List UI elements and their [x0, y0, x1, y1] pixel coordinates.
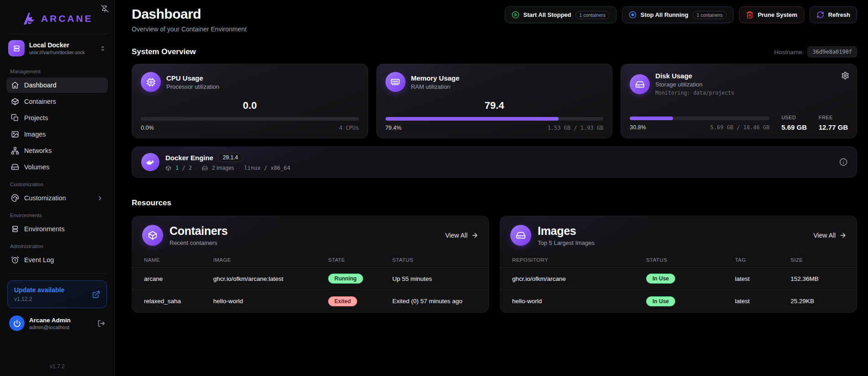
alarm-clock-icon [11, 256, 19, 264]
panel-title: Images [538, 224, 595, 238]
user-name: Arcane Admin [29, 317, 93, 324]
sidebar-item-label: Event Log [24, 256, 54, 264]
section-label-management: Management [10, 69, 104, 74]
containers-view-all-link[interactable]: View All [445, 232, 478, 239]
connection-endpoint: unix:///var/run/docker.sock [29, 50, 95, 55]
sidebar-item-label: Volumes [24, 163, 50, 171]
table-row[interactable]: relaxed_saha hello-world Exited Exited (… [132, 290, 488, 312]
engine-title: Docker Engine [165, 154, 213, 162]
hard-drive-icon [202, 165, 208, 171]
stat-title: Disk Usage [655, 72, 734, 80]
environment-selector[interactable]: Local Docker unix:///var/run/docker.sock [6, 34, 108, 62]
sidebar-item-customization[interactable]: Customization [6, 190, 108, 206]
container-status: Exited (0) 57 minutes ago [392, 298, 481, 305]
sidebar-item-dashboard[interactable]: Dashboard [6, 77, 108, 93]
stat-title: Memory Usage [411, 74, 460, 82]
header-actions: Start All Stopped 1 containers Stop All … [505, 6, 857, 23]
server-rack-icon [11, 225, 19, 233]
arcane-logo-icon [21, 11, 37, 26]
memory-usage-card: Memory Usage RAM utilization 79.4 79.4% … [376, 64, 613, 138]
image-repository: ghcr.io/ofkm/arcane [512, 275, 646, 282]
logout-icon[interactable] [98, 320, 105, 327]
sidebar-item-label: Dashboard [24, 81, 56, 89]
prune-system-button[interactable]: Prune System [739, 6, 804, 23]
cpu-value: 0.0 [141, 100, 359, 112]
home-icon [11, 81, 19, 89]
update-available-card[interactable]: Update available v1.12.2 [7, 280, 107, 308]
disk-free-label: FREE [819, 115, 848, 120]
stat-subtitle: Storage utilization [655, 81, 734, 88]
sidebar-item-label: Containers [24, 98, 56, 105]
sidebar-item-images[interactable]: Images [6, 127, 108, 142]
hostname-badge: 36d9e8a0190f [807, 46, 857, 57]
sidebar-item-containers[interactable]: Containers [6, 94, 108, 109]
memory-icon [385, 72, 406, 92]
disk-progress-fill [630, 117, 673, 120]
container-name: relaxed_saha [144, 298, 213, 305]
containers-count-badge: 1 containers [575, 11, 610, 19]
column-header: STATUS [646, 257, 735, 263]
start-all-stopped-button[interactable]: Start All Stopped 1 containers [505, 6, 616, 23]
memory-progress-fill [385, 117, 559, 121]
sidebar-item-event-log[interactable]: Event Log [6, 252, 108, 268]
main-content: Dashboard Overview of your Container Env… [115, 0, 868, 376]
container-status: Up 55 minutes [392, 275, 481, 282]
pin-off-icon[interactable] [101, 5, 109, 13]
table-row[interactable]: arcane ghcr.io/ofkm/arcane:latest Runnin… [132, 268, 488, 290]
sidebar-item-environments[interactable]: Environments [6, 221, 108, 237]
user-account[interactable]: Arcane Admin admin@localhost [6, 308, 108, 334]
column-header: STATUS [392, 257, 481, 263]
images-table-header: REPOSITORY STATUS TAG SIZE [500, 253, 857, 268]
stat-subtitle: RAM utilization [411, 83, 460, 90]
containers-count-badge: 1 containers [693, 11, 727, 19]
hard-drive-icon [11, 163, 19, 171]
panel-subtitle: Recent containers [169, 239, 228, 246]
sidebar-item-label: Projects [24, 114, 48, 122]
gear-icon[interactable] [841, 71, 849, 80]
section-label-administration: Administration [10, 244, 104, 249]
memory-percent-label: 79.4% [385, 125, 401, 131]
stop-all-running-button[interactable]: Stop All Running 1 containers [622, 6, 734, 23]
container-image: ghcr.io/ofkm/arcane:latest [213, 275, 328, 282]
images-view-all-link[interactable]: View All [813, 232, 847, 239]
disk-used-label: USED [781, 115, 807, 120]
table-row[interactable]: ghcr.io/ofkm/arcane In Use latest 152.36… [500, 268, 857, 290]
stack-icon [11, 114, 19, 122]
table-row[interactable]: hello-world In Use latest 25.29KB [500, 290, 857, 312]
image-size: 25.29KB [791, 298, 849, 305]
sidebar-item-projects[interactable]: Projects [6, 110, 108, 126]
stat-title: CPU Usage [166, 74, 219, 82]
network-icon [11, 147, 19, 155]
column-header: NAME [144, 257, 213, 263]
panel-title: Containers [169, 224, 228, 238]
containers-table-header: NAME IMAGE STATE STATUS [132, 253, 488, 268]
sidebar-item-label: Environments [24, 225, 65, 233]
column-header: STATE [328, 257, 392, 263]
arrow-right-icon [471, 232, 478, 239]
cpu-icon [141, 72, 161, 92]
status-badge: In Use [646, 296, 675, 306]
sidebar-item-networks[interactable]: Networks [6, 143, 108, 158]
containers-icon [142, 225, 163, 246]
info-icon[interactable] [839, 158, 847, 166]
column-header: TAG [735, 257, 791, 263]
column-header: REPOSITORY [512, 257, 646, 263]
sidebar-item-label: Customization [24, 194, 66, 202]
engine-platform: linux / x86_64 [244, 165, 290, 171]
image-size: 152.36MB [791, 275, 849, 282]
page-subtitle: Overview of your Container Environment [132, 25, 247, 33]
button-label: Stop All Running [641, 11, 688, 18]
circle-play-icon [512, 11, 519, 19]
brand-logo[interactable]: ARCANE [6, 5, 108, 34]
sidebar-item-volumes[interactable]: Volumes [6, 159, 108, 175]
disk-progress-track [630, 117, 770, 120]
sidebar-item-label: Networks [24, 147, 51, 154]
refresh-button[interactable]: Refresh [810, 6, 857, 23]
divider [7, 274, 107, 274]
cube-icon [165, 165, 171, 171]
image-repository: hello-world [512, 298, 646, 305]
chevron-right-icon [97, 195, 103, 202]
cpu-usage-card: CPU Usage Processor utilization 0.0 0.0%… [132, 64, 368, 138]
system-overview-heading: System Overview [132, 47, 196, 56]
disk-percent-label: 30.8% [630, 124, 646, 131]
